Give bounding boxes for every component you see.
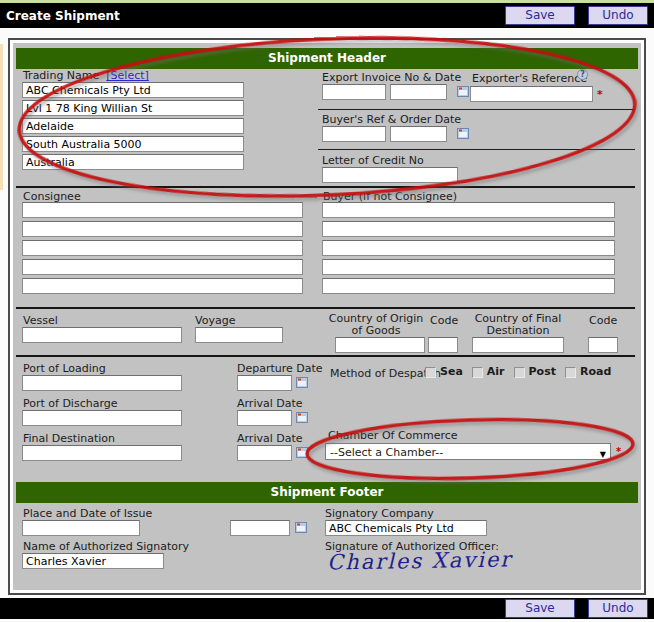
chevron-down-icon: ▼ bbox=[600, 447, 606, 462]
buyer-line5-input[interactable] bbox=[322, 278, 615, 294]
departure-date-input[interactable] bbox=[237, 375, 292, 391]
buyers-ref-input[interactable] bbox=[322, 126, 386, 142]
calendar-icon[interactable] bbox=[457, 86, 469, 97]
method-despatch-options: Sea Air Post Road bbox=[425, 365, 611, 379]
buyers-order-date-input[interactable] bbox=[390, 126, 447, 142]
sea-label: Sea bbox=[440, 366, 463, 378]
save-button-bottom[interactable]: Save bbox=[505, 599, 575, 618]
chamber-commerce-select[interactable]: --Select a Chamber-- ▼ bbox=[325, 443, 611, 460]
country-origin-label: Country of Origin of Goods bbox=[325, 313, 427, 337]
sea-checkbox[interactable] bbox=[425, 367, 436, 378]
buyer-line3-input[interactable] bbox=[322, 240, 615, 256]
calendar-icon[interactable] bbox=[457, 128, 469, 139]
buyer-line1-input[interactable] bbox=[322, 202, 615, 218]
final-destination-input[interactable] bbox=[22, 445, 182, 461]
authorized-signatory-label: Name of Authorized Signatory bbox=[23, 541, 189, 553]
signatory-company-input[interactable] bbox=[325, 520, 487, 536]
vessel-input[interactable] bbox=[22, 327, 182, 343]
port-discharge-input[interactable] bbox=[22, 410, 182, 426]
letter-of-credit-label: Letter of Credit No bbox=[322, 155, 424, 167]
trading-name-line3-input[interactable] bbox=[22, 118, 244, 134]
help-icon[interactable]: ? bbox=[577, 69, 588, 80]
voyage-input[interactable] bbox=[195, 327, 283, 343]
chamber-selected-value: --Select a Chamber-- bbox=[330, 446, 443, 459]
exporters-reference-input[interactable] bbox=[470, 86, 593, 102]
trading-name-select-link[interactable]: [Select] bbox=[106, 69, 149, 82]
port-loading-input[interactable] bbox=[22, 375, 182, 391]
despatch-option-sea: Sea bbox=[425, 366, 463, 378]
vessel-label: Vessel bbox=[23, 315, 58, 327]
departure-date-label: Departure Date bbox=[237, 363, 323, 375]
letter-of-credit-input[interactable] bbox=[322, 167, 458, 183]
export-invoice-date-input[interactable] bbox=[390, 84, 447, 100]
calendar-icon[interactable] bbox=[296, 447, 308, 458]
final-code-input[interactable] bbox=[588, 337, 618, 353]
required-asterisk: * bbox=[597, 88, 603, 101]
consignee-line2-input[interactable] bbox=[22, 221, 303, 237]
create-shipment-form: Shipment Header Trading Name [Select] Ex… bbox=[8, 38, 646, 595]
arrival-date1-label: Arrival Date bbox=[237, 398, 303, 410]
required-asterisk: * bbox=[616, 446, 621, 457]
buyer-line4-input[interactable] bbox=[322, 259, 615, 275]
despatch-option-air: Air bbox=[472, 366, 505, 378]
chamber-commerce-label: Chamber Of Commerce bbox=[328, 430, 458, 442]
consignee-line5-input[interactable] bbox=[22, 278, 303, 294]
export-invoice-label: Export Invoice No & Date bbox=[322, 72, 461, 84]
undo-button-bottom[interactable]: Undo bbox=[588, 599, 648, 618]
country-final-input[interactable] bbox=[472, 337, 564, 353]
divider bbox=[318, 149, 635, 150]
final-code-label: Code bbox=[589, 315, 617, 327]
country-origin-input[interactable] bbox=[335, 337, 425, 353]
authorized-signatory-input[interactable] bbox=[22, 553, 164, 569]
air-label: Air bbox=[487, 366, 505, 378]
signature-text: Charles Xavier bbox=[327, 547, 513, 574]
port-discharge-label: Port of Discharge bbox=[23, 398, 118, 410]
buyer-line2-input[interactable] bbox=[322, 221, 615, 237]
buyers-ref-label: Buyer's Ref & Order Date bbox=[322, 114, 461, 126]
voyage-label: Voyage bbox=[195, 315, 235, 327]
trading-name-line2-input[interactable] bbox=[22, 100, 244, 116]
calendar-icon[interactable] bbox=[296, 412, 308, 423]
page-left-strip bbox=[0, 44, 3, 190]
section-divider bbox=[16, 355, 635, 357]
section-divider bbox=[16, 186, 635, 188]
divider bbox=[318, 109, 635, 110]
arrival-date2-input[interactable] bbox=[237, 445, 292, 461]
arrival-date2-label: Arrival Date bbox=[237, 433, 303, 445]
bottom-action-bar: Save Undo bbox=[0, 598, 654, 619]
calendar-icon[interactable] bbox=[295, 522, 307, 533]
arrival-date1-input[interactable] bbox=[237, 410, 292, 426]
road-label: Road bbox=[580, 366, 611, 378]
consignee-line4-input[interactable] bbox=[22, 259, 303, 275]
date-issue-input[interactable] bbox=[230, 520, 290, 536]
road-checkbox[interactable] bbox=[565, 367, 576, 378]
consignee-line1-input[interactable] bbox=[22, 202, 303, 218]
title-bar: Create Shipment Save Undo bbox=[0, 3, 654, 28]
air-checkbox[interactable] bbox=[472, 367, 483, 378]
shipment-footer-bar: Shipment Footer bbox=[16, 482, 638, 503]
form-panel: Shipment Header Trading Name [Select] Ex… bbox=[13, 43, 641, 590]
calendar-icon[interactable] bbox=[296, 377, 308, 388]
export-invoice-no-input[interactable] bbox=[322, 84, 386, 100]
undo-button[interactable]: Undo bbox=[588, 6, 648, 25]
port-loading-label: Port of Loading bbox=[23, 363, 106, 375]
origin-code-input[interactable] bbox=[428, 337, 458, 353]
trading-name-label: Trading Name [Select] bbox=[23, 70, 149, 82]
place-issue-input[interactable] bbox=[22, 520, 140, 536]
exporters-reference-label: Exporter's Reference bbox=[472, 73, 587, 85]
despatch-option-post: Post bbox=[514, 366, 556, 378]
trading-name-line1-input[interactable] bbox=[22, 82, 244, 98]
page-title: Create Shipment bbox=[6, 9, 120, 23]
country-final-label: Country of Final Destination bbox=[463, 313, 573, 337]
consignee-line3-input[interactable] bbox=[22, 240, 303, 256]
post-checkbox[interactable] bbox=[514, 367, 525, 378]
trading-name-line4-input[interactable] bbox=[22, 136, 244, 152]
save-button[interactable]: Save bbox=[505, 6, 575, 25]
despatch-option-road: Road bbox=[565, 366, 611, 378]
origin-code-label: Code bbox=[430, 315, 458, 327]
place-date-issue-label: Place and Date of Issue bbox=[23, 508, 152, 520]
signatory-company-label: Signatory Company bbox=[325, 508, 434, 520]
post-label: Post bbox=[529, 366, 556, 378]
final-destination-label: Final Destination bbox=[23, 433, 115, 445]
trading-name-line5-input[interactable] bbox=[22, 154, 244, 170]
